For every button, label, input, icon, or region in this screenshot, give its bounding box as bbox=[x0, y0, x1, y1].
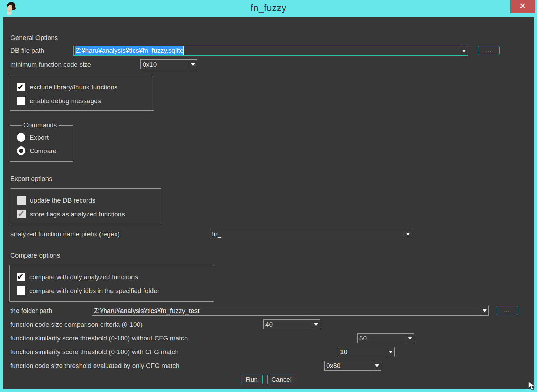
chevron-down-icon bbox=[483, 309, 487, 312]
db-file-path-browse-button[interactable]: ... bbox=[478, 46, 500, 55]
compare-idbs-checkbox[interactable] bbox=[17, 286, 25, 295]
min-code-size-dropdown-button[interactable] bbox=[189, 60, 197, 69]
db-file-path-selected-text: Z:¥haru¥analysis¥tics¥fn_fuzzy.sqlite bbox=[75, 46, 184, 55]
exclude-library-checkbox[interactable] bbox=[17, 83, 25, 91]
folder-path-label: the folder path bbox=[10, 307, 52, 315]
titlebar: fn_fuzzy ✕ bbox=[0, 0, 537, 17]
prefix-value[interactable]: fn_ bbox=[210, 229, 404, 239]
window-title: fn_fuzzy bbox=[0, 3, 537, 13]
db-file-path-value-area[interactable]: Z:¥haru¥analysis¥tics¥fn_fuzzy.sqlite bbox=[74, 46, 460, 55]
prefix-combobox[interactable]: fn_ bbox=[210, 229, 412, 239]
min-code-size-value[interactable]: 0x10 bbox=[141, 60, 189, 69]
compare-options-group: compare with only analyzed functions com… bbox=[9, 265, 214, 302]
db-file-path-label: DB file path bbox=[10, 47, 44, 54]
general-options-heading: General Options bbox=[10, 34, 58, 42]
close-button[interactable]: ✕ bbox=[510, 0, 535, 13]
min-code-size-combobox[interactable]: 0x10 bbox=[140, 59, 197, 69]
chevron-down-icon bbox=[406, 233, 410, 236]
enable-debug-label[interactable]: enable debug messages bbox=[30, 97, 101, 105]
export-options-group: update the DB records store flags as ana… bbox=[10, 188, 161, 224]
db-file-path-combobox[interactable]: Z:¥haru¥analysis¥tics¥fn_fuzzy.sqlite bbox=[73, 46, 468, 56]
export-options-heading: Export options bbox=[10, 175, 52, 183]
store-flags-checkbox[interactable] bbox=[17, 210, 26, 218]
chevron-down-icon bbox=[314, 323, 318, 326]
prefix-dropdown-button[interactable] bbox=[404, 229, 412, 239]
size-threshold-cfg-dropdown-button[interactable] bbox=[373, 361, 381, 370]
mouse-cursor-icon bbox=[528, 381, 537, 391]
enable-debug-checkbox[interactable] bbox=[17, 97, 25, 105]
size-threshold-cfg-label: function code size threshold evaluated b… bbox=[10, 362, 179, 370]
sim-with-cfg-value[interactable]: 10 bbox=[338, 347, 387, 357]
compare-analyzed-label[interactable]: compare with only analyzed functions bbox=[29, 273, 138, 281]
commands-legend: Commands bbox=[22, 121, 59, 129]
compare-idbs-label[interactable]: compare with only idbs in the specified … bbox=[29, 286, 159, 295]
general-checkbox-group: exclude library/thunk functions enable d… bbox=[10, 76, 154, 111]
folder-path-combobox[interactable]: Z:¥haru¥analysis¥tics¥fn_fuzzy_test bbox=[92, 306, 489, 316]
chevron-down-icon bbox=[389, 351, 393, 353]
fn-fuzzy-dialog: { "window": { "title": "fn_fuzzy", "clos… bbox=[0, 0, 537, 392]
compare-radio[interactable] bbox=[17, 146, 25, 155]
run-button[interactable]: Run bbox=[241, 375, 263, 384]
criteria-combobox[interactable]: 40 bbox=[263, 319, 320, 329]
sim-without-cfg-combobox[interactable]: 50 bbox=[357, 333, 414, 343]
sim-without-cfg-value[interactable]: 50 bbox=[358, 334, 406, 343]
chevron-down-icon bbox=[408, 337, 412, 340]
min-code-size-label: minimum function code size bbox=[10, 61, 91, 68]
chevron-down-icon bbox=[462, 50, 466, 52]
sim-without-cfg-dropdown-button[interactable] bbox=[406, 334, 414, 343]
compare-analyzed-checkbox[interactable] bbox=[17, 273, 25, 281]
exclude-library-label[interactable]: exclude library/thunk functions bbox=[30, 83, 118, 91]
commands-group: Commands Export Compare bbox=[10, 125, 73, 162]
folder-path-browse-button[interactable]: ... bbox=[496, 306, 518, 315]
folder-path-value[interactable]: Z:¥haru¥analysis¥tics¥fn_fuzzy_test bbox=[92, 306, 481, 315]
update-db-records-checkbox[interactable] bbox=[17, 196, 26, 205]
size-threshold-cfg-combobox[interactable]: 0x80 bbox=[324, 361, 381, 371]
export-radio-label[interactable]: Export bbox=[30, 133, 49, 142]
compare-radio-label[interactable]: Compare bbox=[30, 146, 56, 155]
chevron-down-icon bbox=[375, 364, 379, 367]
prefix-label: analyzed function name prefix (regex) bbox=[10, 230, 120, 238]
criteria-label: function code size comparison criteria (… bbox=[10, 321, 143, 328]
db-file-path-dropdown-button[interactable] bbox=[460, 46, 468, 55]
sim-with-cfg-combobox[interactable]: 10 bbox=[338, 347, 395, 357]
criteria-dropdown-button[interactable] bbox=[312, 320, 320, 329]
sim-with-cfg-dropdown-button[interactable] bbox=[387, 347, 394, 357]
chevron-down-icon bbox=[191, 63, 195, 66]
sim-with-cfg-label: function similarity score threshold (0-1… bbox=[10, 348, 179, 356]
cancel-button[interactable]: Cancel bbox=[267, 375, 295, 384]
update-db-records-label[interactable]: update the DB records bbox=[30, 196, 95, 205]
export-radio[interactable] bbox=[17, 133, 25, 142]
store-flags-label[interactable]: store flags as analyzed functions bbox=[30, 210, 125, 218]
compare-options-heading: Compare options bbox=[10, 252, 60, 259]
size-threshold-cfg-value[interactable]: 0x80 bbox=[325, 361, 373, 370]
dialog-body: General Options DB file path Z:¥haru¥ana… bbox=[3, 17, 534, 389]
sim-without-cfg-label: function similarity score threshold (0-1… bbox=[10, 335, 188, 342]
folder-path-dropdown-button[interactable] bbox=[481, 306, 488, 315]
criteria-value[interactable]: 40 bbox=[264, 320, 312, 329]
